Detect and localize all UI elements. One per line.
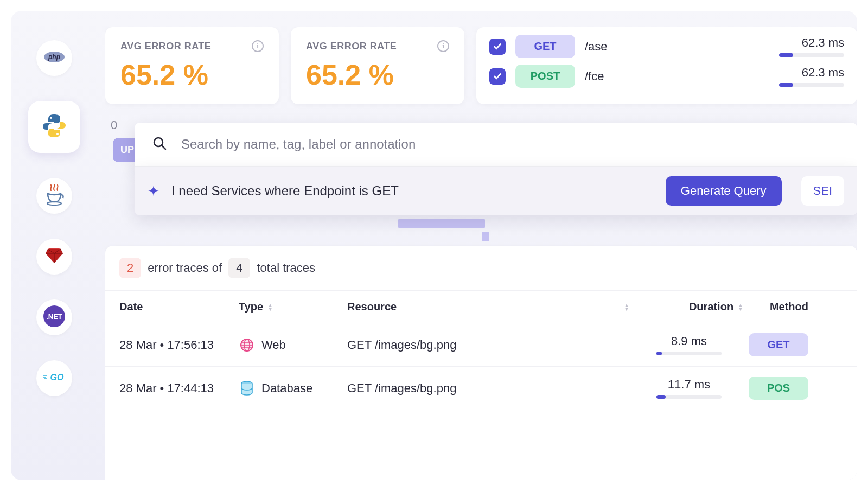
endpoint-duration: 62.3 ms	[802, 66, 844, 80]
total-count: 4	[228, 258, 250, 278]
col-type[interactable]: Type ▲▼	[239, 301, 342, 313]
svg-text:GO: GO	[50, 373, 64, 382]
summary-text: error traces of	[148, 261, 222, 275]
svg-text:.NET: .NET	[46, 313, 62, 321]
duration-bar	[779, 53, 844, 57]
ai-query-panel: ✦ I need Services where Endpoint is GET …	[135, 166, 857, 215]
svg-text:php: php	[48, 53, 60, 61]
info-icon[interactable]: i	[437, 40, 449, 52]
table-header-row: Date Type ▲▼ Resource ▲▼ Duration ▲▼	[105, 290, 857, 323]
endpoint-checkbox[interactable]	[489, 68, 506, 85]
cell-date: 28 Mar • 17:56:13	[119, 338, 233, 352]
java-icon	[44, 184, 64, 208]
cell-duration: 8.9 ms	[635, 334, 743, 355]
trace-table: Date Type ▲▼ Resource ▲▼ Duration ▲▼	[105, 290, 857, 410]
language-sidebar: php	[25, 27, 84, 480]
globe-icon	[239, 337, 255, 353]
sort-icon: ▲▼	[738, 303, 743, 311]
search-input[interactable]	[181, 137, 840, 152]
timeline-bar	[398, 219, 485, 228]
dotnet-icon: .NET	[43, 305, 66, 330]
cell-duration: 11.7 ms	[635, 378, 743, 399]
stat-card-error-rate-1: AVG ERROR RATE i 65.2 %	[105, 27, 279, 104]
method-badge-post: POST	[515, 65, 575, 88]
sidebar-item-python[interactable]	[28, 101, 80, 153]
stat-title: AVG ERROR RATE	[120, 41, 211, 52]
table-row[interactable]: 28 Mar • 17:56:13 Web	[105, 323, 857, 366]
ruby-icon	[44, 247, 64, 266]
endpoint-duration: 62.3 ms	[802, 36, 844, 50]
go-icon: GO	[42, 371, 66, 385]
stat-value: 65.2 %	[120, 59, 264, 91]
sidebar-item-dotnet[interactable]: .NET	[36, 299, 72, 335]
search-icon	[152, 136, 167, 153]
endpoint-row: GET /ase 62.3 ms	[489, 35, 844, 58]
cell-method-badge: GET	[749, 333, 808, 356]
cell-method-badge: POS	[749, 377, 808, 400]
sidebar-item-ruby[interactable]	[36, 239, 72, 275]
stat-value: 65.2 %	[306, 59, 449, 91]
duration-bar	[779, 83, 844, 87]
svg-line-9	[162, 145, 165, 149]
col-method[interactable]: Method	[749, 301, 808, 313]
cell-resource: GET /images/bg.png	[347, 381, 629, 396]
stat-card-error-rate-2: AVG ERROR RATE i 65.2 %	[291, 27, 464, 104]
sparkle-icon: ✦	[148, 183, 159, 200]
endpoint-list-card: GET /ase 62.3 ms POST /fce	[476, 27, 857, 104]
app-frame: php	[11, 11, 857, 480]
cell-type: Web	[239, 337, 342, 353]
error-count: 2	[119, 258, 141, 278]
summary-text: total traces	[257, 261, 315, 275]
secondary-button[interactable]: SEI	[801, 176, 844, 206]
python-icon	[41, 112, 68, 142]
col-date[interactable]: Date	[119, 301, 233, 313]
endpoint-row: POST /fce 62.3 ms	[489, 65, 844, 88]
table-row[interactable]: 28 Mar • 17:44:13 Database GET /images/b…	[105, 366, 857, 410]
query-text: I need Services where Endpoint is GET	[171, 183, 654, 199]
method-badge-get: GET	[515, 35, 575, 58]
cell-resource: GET /images/bg.png	[347, 338, 629, 352]
svg-point-2	[50, 117, 52, 119]
database-icon	[239, 380, 255, 397]
main-content: AVG ERROR RATE i 65.2 % AVG ERROR RATE i…	[105, 27, 857, 480]
traces-card: 2 error traces of 4 total traces Date Ty…	[105, 246, 857, 480]
sidebar-item-php[interactable]: php	[36, 40, 72, 76]
col-duration[interactable]: Duration ▲▼	[635, 301, 743, 313]
sort-icon: ▲▼	[267, 303, 273, 311]
col-resource[interactable]: Resource ▲▼	[347, 301, 629, 313]
endpoint-path: /fce	[585, 69, 764, 84]
sort-icon: ▲▼	[624, 303, 629, 311]
cell-date: 28 Mar • 17:44:13	[119, 381, 233, 396]
endpoint-checkbox[interactable]	[489, 39, 506, 55]
search-section: 0 UP ✦ I need Services where Endpoint is…	[111, 123, 857, 215]
search-panel	[135, 123, 857, 166]
svg-point-4	[47, 202, 61, 205]
sidebar-item-java[interactable]	[36, 178, 72, 214]
stats-row: AVG ERROR RATE i 65.2 % AVG ERROR RATE i…	[105, 27, 857, 104]
trace-summary: 2 error traces of 4 total traces	[105, 246, 857, 290]
svg-point-3	[56, 133, 59, 135]
endpoint-path: /ase	[585, 40, 764, 54]
timeline-bar	[482, 232, 489, 241]
php-icon: php	[43, 51, 65, 65]
sidebar-item-go[interactable]: GO	[36, 360, 72, 396]
stat-title: AVG ERROR RATE	[306, 41, 397, 52]
timeline-fragment	[132, 219, 857, 246]
info-icon[interactable]: i	[252, 40, 264, 52]
axis-zero-label: 0	[111, 118, 117, 132]
cell-type: Database	[239, 380, 342, 397]
generate-query-button[interactable]: Generate Query	[666, 176, 782, 206]
